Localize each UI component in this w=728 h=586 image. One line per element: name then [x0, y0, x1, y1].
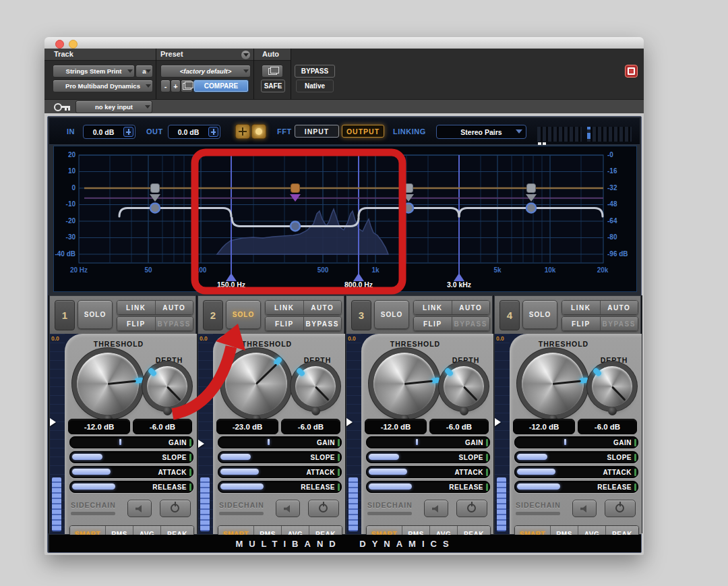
release-slider[interactable]: RELEASE — [366, 481, 490, 493]
auto-button[interactable]: AUTO — [600, 301, 638, 314]
depth-knob[interactable] — [444, 366, 484, 407]
release-slider[interactable]: RELEASE — [218, 481, 342, 493]
fader-icon[interactable] — [123, 127, 133, 137]
plugin-selector[interactable]: Pro Multiband Dynamics — [53, 80, 153, 92]
slope-slider[interactable]: SLOPE — [69, 451, 193, 463]
threshold-value[interactable]: -23.0 dB — [216, 419, 278, 434]
output-gain-field[interactable]: 0.0 dB — [168, 125, 220, 139]
depth-knob[interactable] — [592, 366, 632, 407]
band1-gain-handle[interactable] — [151, 184, 160, 193]
track-selector[interactable]: Strings Stem Print — [53, 65, 135, 78]
threshold-value[interactable]: -12.0 dB — [68, 419, 130, 434]
band3-threshold-handle[interactable] — [404, 203, 413, 212]
linking-selector[interactable]: Stereo Pairs — [436, 125, 526, 139]
band-bypass-button[interactable]: BYPASS — [452, 317, 490, 330]
gain-slider[interactable]: GAIN — [69, 436, 193, 448]
band1-threshold-handle[interactable] — [150, 203, 160, 212]
link-button[interactable]: LINK — [266, 301, 303, 314]
window-titlebar[interactable] — [44, 37, 644, 49]
band-handles-button[interactable] — [251, 124, 266, 139]
solo-button[interactable]: SOLO — [78, 300, 113, 329]
band-bypass-button[interactable]: BYPASS — [155, 317, 193, 330]
flip-button[interactable]: FLIP — [117, 317, 155, 330]
solo-button[interactable]: SOLO — [226, 300, 261, 329]
preset-menu-button[interactable] — [241, 50, 251, 60]
sidechain-slider[interactable] — [71, 512, 115, 515]
sidechain-listen-button[interactable] — [127, 500, 152, 517]
sidechain-power-button[interactable] — [160, 500, 191, 517]
threshold-knob[interactable] — [77, 353, 139, 415]
threshold-value[interactable]: -12.0 dB — [365, 419, 427, 434]
link-button[interactable]: LINK — [117, 301, 155, 314]
sidechain-power-button[interactable] — [605, 500, 636, 517]
flip-button[interactable]: FLIP — [266, 317, 303, 330]
slope-slider[interactable]: SLOPE — [218, 451, 342, 463]
input-gain-field[interactable]: 0.0 dB — [83, 125, 135, 139]
threshold-value[interactable]: -12.0 dB — [513, 419, 575, 434]
release-slider[interactable]: RELEASE — [514, 481, 638, 493]
crossover-display-button[interactable] — [235, 124, 250, 139]
minimize-button[interactable] — [69, 40, 78, 49]
solo-button[interactable]: SOLO — [522, 300, 557, 329]
close-button[interactable] — [55, 40, 64, 49]
band3-gain-handle[interactable] — [404, 184, 413, 193]
band2-gain-handle[interactable] — [291, 184, 300, 193]
link-button[interactable]: LINK — [414, 301, 452, 314]
band4-threshold-handle[interactable] — [526, 203, 536, 212]
depth-value[interactable]: -6.0 dB — [429, 419, 489, 434]
sidechain-slider[interactable] — [516, 512, 560, 515]
automation-enable-button[interactable] — [262, 65, 283, 78]
sidechain-slider[interactable] — [367, 512, 412, 515]
sidechain-listen-button[interactable] — [424, 500, 448, 517]
preset-selector[interactable]: <factory default> — [160, 65, 251, 78]
threshold-marker-icon[interactable] — [198, 440, 204, 448]
release-slider[interactable]: RELEASE — [69, 481, 193, 493]
gain-slider[interactable]: GAIN — [366, 436, 490, 448]
key-input-selector[interactable]: no key input — [75, 100, 152, 113]
sidechain-listen-button[interactable] — [276, 500, 300, 517]
threshold-knob[interactable] — [225, 353, 287, 415]
spectrum-graph[interactable]: 20 10 0 -10 -20 -30 -40 dB -0 -16 -32 -4… — [53, 146, 637, 292]
slope-slider[interactable]: SLOPE — [366, 451, 490, 463]
depth-knob[interactable] — [295, 366, 336, 407]
slope-slider[interactable]: SLOPE — [514, 451, 638, 463]
sidechain-power-button[interactable] — [456, 500, 487, 517]
attack-slider[interactable]: ATTACK — [69, 466, 193, 478]
attack-slider[interactable]: ATTACK — [366, 466, 490, 478]
sidechain-slider[interactable] — [219, 512, 264, 515]
fft-output-button[interactable]: OUTPUT — [342, 125, 384, 138]
depth-value[interactable]: -6.0 dB — [578, 419, 637, 434]
band2-threshold-handle[interactable] — [291, 221, 300, 231]
native-button[interactable]: Native — [296, 80, 334, 92]
depth-knob[interactable] — [147, 366, 187, 407]
flip-button[interactable]: FLIP — [414, 317, 452, 330]
automation-letter-selector[interactable]: a — [135, 65, 153, 78]
auto-button[interactable]: AUTO — [155, 301, 193, 314]
depth-value[interactable]: -6.0 dB — [133, 419, 192, 434]
depth-value[interactable]: -6.0 dB — [281, 419, 340, 434]
flip-button[interactable]: FLIP — [562, 317, 600, 330]
auto-button[interactable]: AUTO — [303, 301, 342, 314]
threshold-marker-icon[interactable] — [50, 418, 56, 426]
previous-preset-button[interactable]: - — [160, 80, 171, 92]
gain-slider[interactable]: GAIN — [218, 436, 342, 448]
auto-button[interactable]: AUTO — [452, 301, 490, 314]
fft-input-button[interactable]: INPUT — [295, 125, 339, 138]
fader-icon[interactable] — [208, 127, 218, 137]
attack-slider[interactable]: ATTACK — [514, 466, 638, 478]
sidechain-power-button[interactable] — [308, 500, 339, 517]
sidechain-listen-button[interactable] — [572, 500, 597, 517]
threshold-marker-icon[interactable] — [495, 418, 501, 426]
compare-button[interactable]: COMPARE — [193, 80, 249, 92]
threshold-knob[interactable] — [373, 353, 435, 415]
next-preset-button[interactable]: + — [171, 80, 181, 92]
safe-button[interactable]: SAFE — [261, 80, 285, 92]
band-bypass-button[interactable]: BYPASS — [303, 317, 342, 330]
attack-slider[interactable]: ATTACK — [218, 466, 342, 478]
target-button[interactable] — [625, 65, 638, 78]
threshold-marker-icon[interactable] — [346, 418, 353, 426]
bypass-button[interactable]: BYPASS — [295, 65, 335, 78]
gain-slider[interactable]: GAIN — [514, 436, 638, 448]
link-button[interactable]: LINK — [562, 301, 600, 314]
threshold-knob[interactable] — [522, 353, 584, 415]
